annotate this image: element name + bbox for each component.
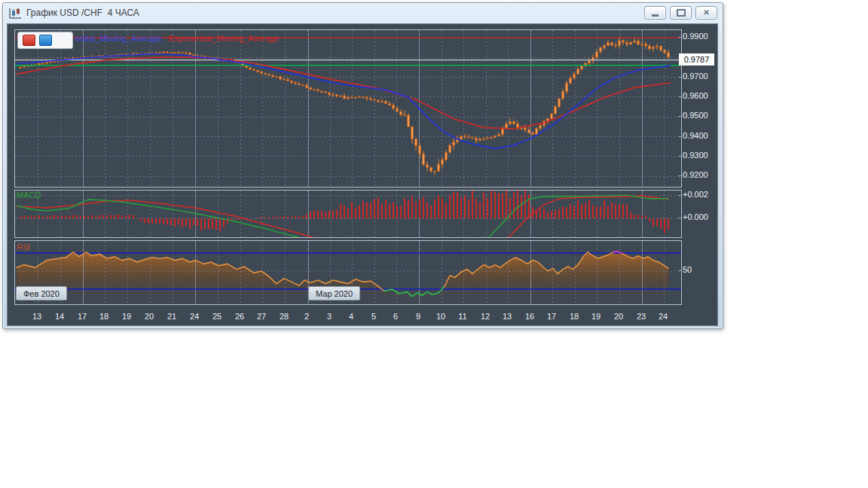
time-axis-label: 11 [458, 308, 466, 325]
time-axis-label: 18 [99, 308, 108, 325]
time-axis-label: 20 [614, 308, 623, 325]
time-axis-label: 9 [416, 308, 420, 325]
candlesticks [20, 38, 670, 175]
time-axis: 1314171819202124252627282345691011121316… [3, 308, 681, 325]
close-button[interactable]: ✕ [695, 6, 717, 20]
minimize-button[interactable] [644, 6, 666, 20]
time-axis-label: 14 [55, 308, 64, 325]
time-axis-label: 26 [235, 308, 244, 325]
window-title: График USD /CHF 4 ЧАСА [26, 8, 139, 18]
time-axis-label: 16 [525, 308, 534, 325]
candlestick-chart-icon [8, 8, 22, 19]
time-axis-label: 6 [393, 308, 398, 325]
titlebar[interactable]: График USD /CHF 4 ЧАСА ✕ [3, 3, 723, 23]
time-axis-label: 13 [503, 308, 512, 325]
indicator-buttons [17, 32, 73, 49]
ema-slow-line [17, 57, 671, 129]
current-price-badge: 0.9787 [679, 53, 714, 66]
time-axis-label: 25 [212, 308, 222, 325]
time-axis-label: 24 [190, 308, 199, 325]
chart-window: График USD /CHF 4 ЧАСА ✕ ential_Moving_A… [2, 2, 723, 329]
date-marker-mar: Мар 2020 [308, 286, 360, 300]
time-axis-label: 24 [659, 308, 668, 325]
macd-histogram [20, 191, 669, 233]
time-axis-label: 13 [32, 308, 41, 325]
legend-ema-fast-label: ential_Moving_Average [75, 34, 162, 43]
time-axis-label: 4 [349, 308, 353, 325]
time-axis-label: 20 [145, 308, 154, 325]
indicator-toggle-blue-button[interactable] [39, 35, 52, 46]
minimize-icon [652, 14, 659, 17]
legend-ema-slow-label: Exponential_Moving_Average [169, 34, 279, 43]
time-axis-label: 2 [304, 308, 309, 325]
time-axis-label: 23 [637, 308, 646, 325]
time-axis-label: 21 [167, 308, 176, 325]
time-axis-label: 27 [257, 308, 266, 325]
time-axis-label: 17 [78, 308, 87, 325]
macd-panel[interactable] [14, 190, 682, 238]
legend: ential_Moving_Average Exponential_Moving… [75, 34, 279, 43]
macd-indicator-label: MACD [17, 191, 41, 200]
indicator-toggle-red-button[interactable] [23, 35, 35, 46]
time-axis-label: 3 [327, 308, 332, 325]
restore-button[interactable] [670, 6, 692, 20]
date-marker-feb: Фев 2020 [16, 286, 67, 300]
time-axis-label: 10 [436, 308, 445, 325]
time-axis-label: 12 [481, 308, 490, 325]
restore-icon [677, 9, 686, 17]
time-axis-label: 19 [122, 308, 131, 325]
time-axis-label: 17 [547, 308, 556, 325]
time-axis-label: 18 [570, 308, 579, 325]
price-panel[interactable] [14, 29, 682, 188]
time-axis-label: 28 [280, 308, 289, 325]
time-axis-label: 5 [371, 308, 376, 325]
rsi-indicator-label: RSI [17, 242, 30, 252]
price-chart-svg[interactable] [15, 30, 681, 187]
ema-fast-line [17, 54, 671, 149]
time-axis-label: 19 [591, 308, 601, 325]
window-controls: ✕ [644, 6, 717, 20]
close-icon: ✕ [703, 9, 709, 17]
macd-chart-svg[interactable] [15, 191, 681, 237]
